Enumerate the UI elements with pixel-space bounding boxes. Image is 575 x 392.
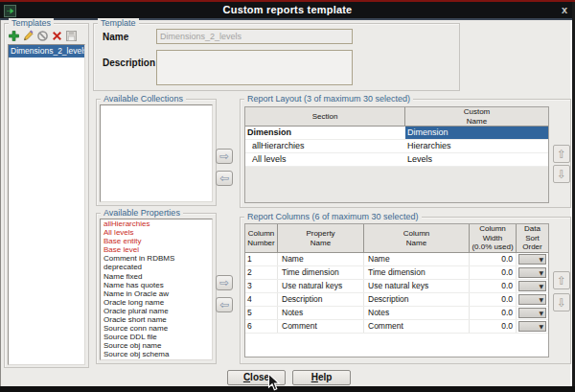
list-item[interactable]: Base level	[101, 245, 212, 254]
property-name-cell: Name	[278, 253, 364, 265]
dropdown-arrow-icon: ▼	[539, 324, 543, 330]
description-field[interactable]	[156, 50, 353, 85]
table-row[interactable]: allHierarchiesHierarchies	[245, 140, 548, 153]
dialog-left-edge	[0, 20, 1, 386]
move-collection-left-button[interactable]: ⇦	[216, 171, 233, 186]
report-layout-table[interactable]: SectionCustom Name DimensionDimensionall…	[244, 106, 549, 203]
columns-move-up-button[interactable]: ⇧	[553, 271, 570, 289]
list-item[interactable]: allHierarchies	[101, 219, 212, 228]
table-row[interactable]: DimensionDimension	[245, 127, 548, 140]
add-icon[interactable]	[8, 29, 20, 41]
sort-order-dropdown[interactable]: ▼	[518, 281, 546, 291]
window-bottom-edge	[0, 386, 575, 392]
layout-move-up-button[interactable]: ⇧	[553, 145, 570, 163]
window-close-icon[interactable]: x	[562, 4, 567, 16]
sort-order-dropdown[interactable]: ▼	[518, 294, 546, 305]
name-field: Dimensions_2_levels	[156, 29, 353, 44]
report-layout-body: DimensionDimensionallHierarchiesHierarch…	[245, 127, 548, 167]
column-number-cell: 6	[245, 320, 278, 333]
report-layout-panel: Report Layout (3 of maximum 30 selected)…	[240, 99, 571, 208]
sort-order-dropdown[interactable]: ▼	[518, 308, 546, 318]
column-width-cell: 0.0	[470, 307, 517, 319]
left-arrow-icon: ⇦	[219, 173, 229, 184]
available-collections-list[interactable]	[100, 104, 213, 202]
report-columns-table[interactable]: Column NumberProperty NameColumn NameCol…	[244, 223, 549, 357]
column-number-cell: 4	[245, 293, 278, 306]
list-item[interactable]: Dimensions_2_levels	[9, 45, 84, 58]
list-item[interactable]: Base entity	[101, 237, 212, 245]
data-sort-order-cell: ▼	[517, 253, 548, 265]
sort-order-dropdown[interactable]: ▼	[518, 267, 546, 278]
dropdown-arrow-icon: ▼	[539, 297, 543, 303]
template-form-title: Template	[98, 18, 139, 28]
list-item[interactable]: Source obj name	[101, 341, 212, 350]
column-number-cell: 3	[245, 280, 278, 292]
layout-move-down-button[interactable]: ⇩	[553, 165, 570, 183]
section-cell: allHierarchies	[245, 140, 405, 152]
available-properties-list[interactable]: allHierarchiesAll levelsBase entityBase …	[100, 219, 213, 360]
save-icon[interactable]	[65, 29, 78, 41]
report-columns-title: Report Columns (6 of maximum 30 selected…	[244, 212, 422, 221]
columns-move-down-button[interactable]: ⇩	[553, 293, 570, 311]
move-property-right-button[interactable]: ⇨	[216, 275, 233, 290]
dropdown-arrow-icon: ▼	[539, 257, 543, 263]
available-collections-title: Available Collections	[101, 94, 186, 104]
list-item[interactable]: Oracle short name	[101, 315, 212, 324]
table-row[interactable]: 6CommentComment0.0▼	[245, 320, 548, 334]
delete-icon[interactable]	[51, 29, 63, 41]
data-sort-order-cell: ▼	[517, 280, 548, 292]
column-header: Column Width (0.0% used)	[470, 224, 517, 252]
column-name-cell: Time dimension	[364, 266, 470, 279]
list-item[interactable]: Oracle long name	[101, 298, 212, 307]
list-item[interactable]: All levels	[101, 228, 212, 237]
table-row[interactable]: 3Use natural keysUse natural keys0.0▼	[245, 280, 548, 293]
sort-order-dropdown[interactable]: ▼	[518, 254, 546, 265]
list-item[interactable]: Name in Oracle aw	[101, 289, 212, 298]
template-form: Template Name Dimensions_2_levels Descri…	[93, 23, 460, 91]
table-row[interactable]: 1NameName0.0▼	[245, 253, 548, 266]
section-cell: All levels	[245, 153, 405, 166]
edit-icon[interactable]	[22, 29, 34, 41]
column-number-cell: 5	[245, 307, 278, 319]
table-row[interactable]: All levelsLevels	[245, 153, 548, 167]
titlebar[interactable]: Custom reports template x	[0, 2, 575, 20]
description-label: Description	[103, 58, 155, 68]
list-item[interactable]: Oracle plural name	[101, 307, 212, 315]
list-item[interactable]: Source DDL file	[101, 333, 212, 341]
column-header: Section	[245, 107, 405, 126]
property-name-cell: Time dimension	[278, 266, 364, 279]
list-item[interactable]: Name fixed	[101, 272, 212, 281]
sort-order-dropdown[interactable]: ▼	[518, 321, 546, 332]
no-icon[interactable]	[36, 29, 49, 41]
move-property-left-button[interactable]: ⇦	[216, 297, 233, 312]
column-name-cell: Notes	[364, 307, 470, 319]
data-sort-order-cell: ▼	[517, 266, 548, 279]
custom-name-cell: Levels	[405, 153, 548, 166]
help-button[interactable]: Help	[292, 370, 351, 385]
list-item[interactable]: Comment in RDBMS	[101, 254, 212, 263]
down-arrow-icon: ⇩	[557, 169, 566, 180]
column-header: Data Sort Order	[517, 224, 548, 252]
column-width-cell: 0.0	[470, 253, 517, 265]
table-row[interactable]: 4DescriptionDescription0.0▼	[245, 293, 548, 307]
column-header: Column Number	[245, 224, 278, 252]
list-item[interactable]: Source conn name	[101, 324, 212, 333]
column-name-cell: Use natural keys	[364, 280, 470, 292]
list-item[interactable]: Source obj schema	[101, 350, 212, 358]
move-collection-right-button[interactable]: ⇨	[216, 149, 233, 164]
right-arrow-icon: ⇨	[219, 277, 229, 288]
templates-panel-title: Templates	[9, 18, 54, 28]
up-arrow-icon: ⇧	[557, 275, 566, 287]
report-layout-empty-area	[245, 167, 548, 202]
mouse-cursor	[267, 373, 281, 392]
templates-list[interactable]: Dimensions_2_levels	[8, 44, 85, 365]
column-header: Custom Name	[405, 107, 548, 126]
table-row[interactable]: 5NotesNotes0.0▼	[245, 307, 548, 320]
list-item[interactable]: deprecated	[101, 263, 212, 271]
list-item[interactable]: Name has quotes	[101, 281, 212, 289]
property-name-cell: Notes	[278, 307, 364, 319]
data-sort-order-cell: ▼	[517, 293, 548, 306]
dropdown-arrow-icon: ▼	[539, 270, 543, 276]
table-row[interactable]: 2Time dimensionTime dimension0.0▼	[245, 266, 548, 280]
property-name-cell: Description	[278, 293, 364, 306]
